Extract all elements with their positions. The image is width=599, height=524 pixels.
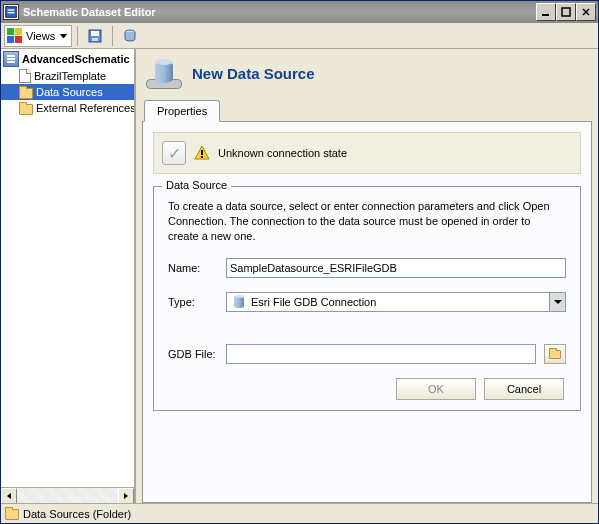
toolbar: Views [1,23,598,49]
svg-rect-12 [201,150,203,155]
app-icon [3,4,19,20]
browse-button[interactable] [544,344,566,364]
status-text: Unknown connection state [218,147,347,159]
datasource-icon [122,28,138,44]
cancel-button[interactable]: Cancel [484,378,564,400]
views-icon [7,28,23,44]
tree-item-braziltemplate[interactable]: BrazilTemplate [1,68,134,84]
gdb-icon [231,294,247,310]
status-bar: Data Sources (Folder) [1,503,598,523]
folder-icon [5,509,19,520]
svg-rect-9 [92,38,98,41]
tab-bar: Properties [142,99,592,121]
datasource-fieldset: Data Source To create a data source, sel… [153,186,581,411]
tree-view: AdvancedSchematic BrazilTemplate Data So… [1,49,134,487]
fieldset-legend: Data Source [162,179,231,191]
new-datasource-button[interactable] [118,25,142,47]
chevron-down-icon [60,34,67,38]
gdbfile-label: GDB File: [168,348,222,360]
close-button[interactable] [576,3,596,21]
warning-icon [194,145,210,161]
svg-rect-8 [91,31,99,36]
type-select[interactable]: Esri File GDB Connection [226,292,566,312]
tree-item-label: Data Sources [36,86,103,98]
datasource-large-icon [146,57,182,89]
scroll-track[interactable] [17,488,118,503]
save-button[interactable] [83,25,107,47]
content-header: New Data Source [142,55,592,99]
tree-item-label: BrazilTemplate [34,70,106,82]
name-input[interactable] [226,258,566,278]
properties-panel: ✓ Unknown connection state Data Source T… [142,121,592,503]
views-label: Views [26,30,55,42]
views-dropdown[interactable]: Views [4,25,72,47]
maximize-button[interactable] [556,3,576,21]
content-panel: New Data Source Properties ✓ Unknown con… [136,49,598,503]
tab-properties[interactable]: Properties [144,100,220,122]
scroll-left-button[interactable] [1,488,17,504]
ok-button[interactable]: OK [396,378,476,400]
toolbar-separator [77,26,78,46]
sidebar: AdvancedSchematic BrazilTemplate Data So… [1,49,136,503]
name-label: Name: [168,262,222,274]
folder-open-icon [549,350,561,359]
minimize-button[interactable] [536,3,556,21]
statusbar-text: Data Sources (Folder) [23,508,131,520]
connection-status: ✓ Unknown connection state [153,132,581,174]
svg-rect-3 [542,14,549,16]
folder-icon [19,88,33,99]
scroll-right-button[interactable] [118,488,134,504]
sidebar-hscroll[interactable] [1,487,134,503]
type-value: Esri File GDB Connection [251,296,549,308]
tree-item-externalrefs[interactable]: External References [1,100,134,116]
check-icon: ✓ [162,141,186,165]
page-title: New Data Source [192,65,315,82]
svg-rect-13 [201,156,203,158]
svg-rect-2 [8,12,15,13]
document-icon [19,69,31,83]
folder-icon [19,104,33,115]
svg-rect-4 [562,8,570,16]
tree-root-label: AdvancedSchematic [22,53,130,65]
save-icon [87,28,103,44]
schematic-icon [3,51,19,67]
type-label: Type: [168,296,222,308]
gdbfile-input[interactable] [226,344,536,364]
toolbar-separator [112,26,113,46]
tab-label: Properties [157,105,207,117]
tree-item-datasources[interactable]: Data Sources [1,84,134,100]
tree-root[interactable]: AdvancedSchematic [1,50,134,68]
title-bar: Schematic Dataset Editor [1,1,598,23]
tree-item-label: External References [36,102,134,114]
svg-rect-1 [8,9,15,10]
chevron-down-icon [549,293,565,311]
fieldset-description: To create a data source, select or enter… [168,199,566,244]
window-title: Schematic Dataset Editor [23,6,536,18]
